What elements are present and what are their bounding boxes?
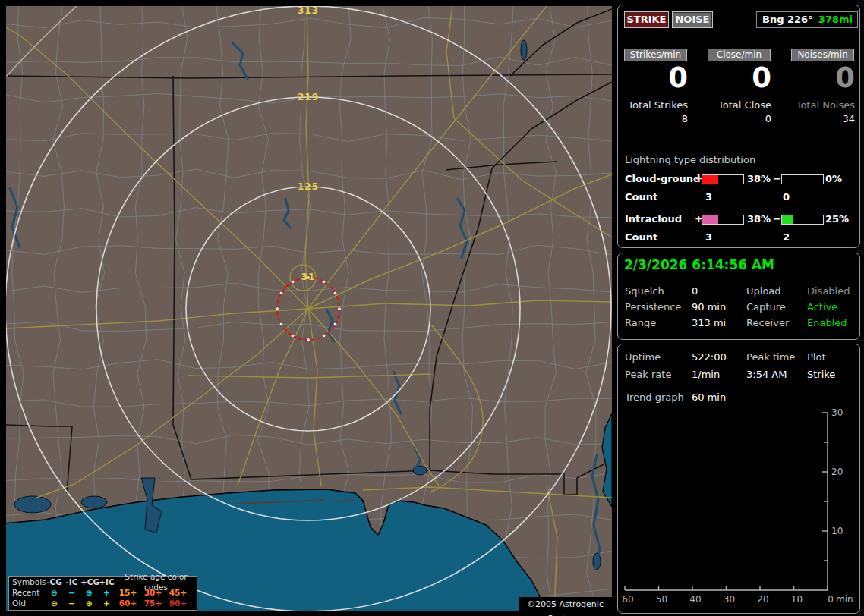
ring-label-313: 313 <box>285 6 331 15</box>
upload-status: Disabled <box>807 285 850 297</box>
total-close-label: Total Close <box>702 99 771 111</box>
minus-sign: − <box>773 173 781 184</box>
ic-plus-pct: 38% <box>747 213 771 225</box>
total-strikes-label: Total Strikes <box>618 99 688 111</box>
ic-plus-bar <box>702 215 744 225</box>
cloud-ground-count-row: Count 3 0 <box>618 191 859 203</box>
svg-text:50: 50 <box>656 594 667 605</box>
svg-text:0: 0 <box>828 594 834 605</box>
age-90: 90+ <box>166 598 191 608</box>
strikes-per-min-chip: Strikes/min <box>624 49 687 61</box>
cloud-ground-row: Cloud-ground + 38% − 0% <box>618 173 859 185</box>
legend-old-row: Old ⊖ − ⊕ + 60+ 75+ 90+ <box>9 598 197 608</box>
persistence-label: Persistence <box>625 301 681 313</box>
noises-per-min-value: 0 <box>785 63 855 93</box>
intracloud-count-row: Count 3 2 <box>618 231 859 244</box>
close-per-min-chip: Close/min <box>708 49 771 61</box>
intracloud-row: Intracloud + 38% − 25% <box>618 213 859 225</box>
cg-plus-count: 3 <box>705 191 712 203</box>
ic-minus-pct: 25% <box>825 213 849 225</box>
ic-minus-bar <box>781 215 824 225</box>
legend-recent-label: Recent <box>9 587 46 598</box>
receiver-status: Enabled <box>807 317 847 328</box>
svg-text:min: min <box>836 594 853 605</box>
receiver-label: Receiver <box>746 317 789 328</box>
legend-old-label: Old <box>9 598 46 608</box>
distribution-title: Lightning type distribution <box>625 154 853 168</box>
bearing-indicator: Bng 226° 378mi <box>756 11 858 28</box>
legend-col--cg: -CG <box>46 577 63 587</box>
svg-text:10: 10 <box>791 594 803 605</box>
datetime-display: 2/3/2026 6:14:56 AM <box>624 257 853 275</box>
ic-plus-count: 3 <box>705 231 712 243</box>
range-label: Range <box>625 317 656 328</box>
svg-text:60: 60 <box>622 594 633 605</box>
cg-minus-bar <box>781 174 824 184</box>
trend-graph: 3020106050403020100min <box>618 344 858 611</box>
range-value: 313 mi <box>692 317 726 328</box>
age-15: 15+ <box>115 587 140 598</box>
bearing-value: Bng 226° <box>757 14 813 25</box>
pos-ic-old-icon: + <box>98 598 115 608</box>
legend-col--ic: -IC <box>63 577 80 587</box>
persistence-row: Persistence 90 min Capture Active <box>618 301 859 316</box>
cg-plus-pct: 38% <box>747 173 771 184</box>
squelch-row: Squelch 0 Upload Disabled <box>618 285 859 300</box>
count-label: Count <box>625 191 657 203</box>
total-noises-value: 34 <box>785 113 855 124</box>
neg-ic-recent-icon: − <box>63 587 80 598</box>
range-row: Range 313 mi Receiver Enabled <box>618 317 859 332</box>
strike-toggle-button[interactable]: STRIKE <box>624 11 669 28</box>
legend-recent-row: Recent ⊖ − ⊕ + 15+ 30+ 45+ <box>9 587 197 598</box>
age-30: 30+ <box>140 587 166 598</box>
total-close-value: 0 <box>702 113 771 124</box>
svg-text:10: 10 <box>831 526 843 536</box>
close-per-min-value: 0 <box>702 63 771 93</box>
ring-label-31: 31 <box>285 272 331 281</box>
neg-cg-recent-icon: ⊖ <box>46 587 63 598</box>
copyright-text: ©2005 Astrogenic Systems <box>519 597 612 611</box>
pos-cg-recent-icon: ⊕ <box>80 587 98 598</box>
trend-panel: Uptime 522:00 Peak time Plot Peak rate 1… <box>617 344 860 614</box>
legend-col-+ic: +IC <box>98 577 115 587</box>
svg-text:20: 20 <box>757 594 768 605</box>
pos-cg-old-icon: ⊕ <box>80 598 98 608</box>
legend-col-+cg: +CG <box>80 577 98 587</box>
ring-label-125: 125 <box>285 182 331 191</box>
svg-text:30: 30 <box>724 594 735 605</box>
noise-toggle-button[interactable]: NOISE <box>672 11 713 28</box>
total-strikes-value: 8 <box>618 113 688 124</box>
cg-minus-pct: 0% <box>825 173 842 184</box>
svg-text:30: 30 <box>831 407 843 418</box>
intracloud-label: Intracloud <box>625 213 682 225</box>
svg-text:20: 20 <box>831 467 843 477</box>
upload-label: Upload <box>746 285 781 297</box>
ring-label-219: 219 <box>285 93 331 102</box>
age-60: 60+ <box>115 598 140 608</box>
cg-plus-bar <box>702 174 744 184</box>
legend-header-row: Symbols -CG -IC +CG +IC Strike age color… <box>9 577 197 587</box>
pos-ic-recent-icon: + <box>98 587 115 598</box>
age-45: 45+ <box>166 587 191 598</box>
age-75: 75+ <box>140 598 166 608</box>
status-panel: 2/3/2026 6:14:56 AM Squelch 0 Upload Dis… <box>617 253 860 340</box>
squelch-label: Squelch <box>625 285 664 297</box>
capture-label: Capture <box>746 301 786 313</box>
lightning-map[interactable]: 313 219 125 31 Symbols -CG -IC +CG +IC S… <box>6 6 612 611</box>
minus-sign: − <box>773 213 781 225</box>
map-legend: Symbols -CG -IC +CG +IC Strike age color… <box>8 576 197 611</box>
strike-counters-panel: STRIKE NOISE Bng 226° 378mi Strikes/min … <box>617 5 860 248</box>
ic-minus-count: 2 <box>783 231 790 243</box>
svg-text:40: 40 <box>689 594 701 605</box>
cloud-ground-label: Cloud-ground <box>625 173 700 184</box>
neg-ic-old-icon: − <box>63 598 80 608</box>
squelch-value: 0 <box>692 285 698 297</box>
persistence-value: 90 min <box>692 301 726 313</box>
legend-symbols-header: Symbols <box>9 577 46 587</box>
bearing-distance: 378mi <box>818 12 853 27</box>
total-noises-label: Total Noises <box>785 99 855 111</box>
strikes-per-min-value: 0 <box>618 63 688 93</box>
cg-minus-count: 0 <box>783 191 790 203</box>
noises-per-min-chip: Noises/min <box>791 49 854 61</box>
count-label: Count <box>625 231 657 243</box>
